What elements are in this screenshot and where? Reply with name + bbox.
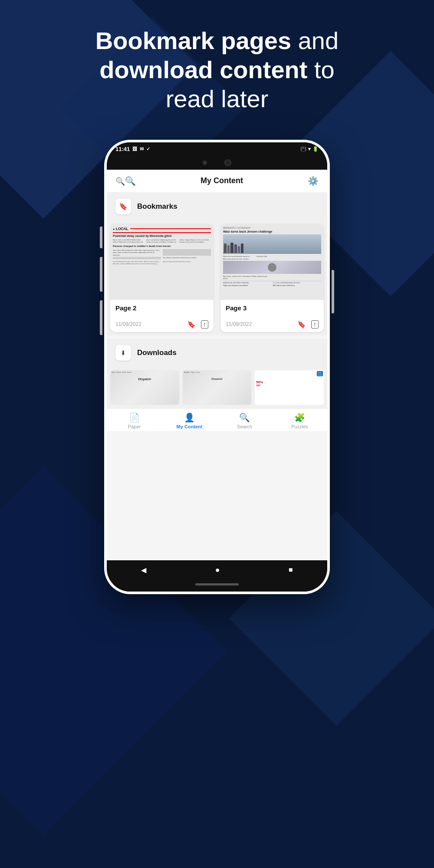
daily-deals-badge: daily deals <box>317 371 323 376</box>
card-2-footer: 11/09/2022 🔖 ↑ <box>226 320 319 329</box>
bottom-navigation: 📄 Paper 👤 My Content 🔍 Search 🧩 <box>107 408 327 431</box>
card-1-bookmark-button[interactable]: 🔖 <box>187 320 196 329</box>
bookmarks-cards-grid: ● LOCAL Powerball delay caused by Minnes… <box>107 220 327 335</box>
volume-down-button <box>100 227 102 248</box>
card-2-actions: 🔖 ↑ <box>297 320 319 329</box>
search-nav-icon: 🔍 <box>239 412 250 423</box>
bookmarks-section-header: 🔖 Bookmarks <box>107 193 327 220</box>
bookmark-card-1[interactable]: ● LOCAL Powerball delay caused by Minnes… <box>110 224 214 332</box>
side-button-3 <box>100 300 102 335</box>
phone-screen: 11:41 🖼 ✉ ✓ 📳 ▾ 🔋 <box>107 142 327 592</box>
vibrate-icon: 📳 <box>300 146 306 152</box>
battery-icon: 🔋 <box>312 146 319 152</box>
daily-deals-content: daily deals 50% OFF <box>255 370 324 405</box>
fifty-off-text: 50% <box>256 380 322 384</box>
camera-notch <box>107 156 327 170</box>
paper-nav-label: Paper <box>128 424 141 429</box>
card-1-footer: 11/09/2022 🔖 ↑ <box>115 320 208 329</box>
paper-nav-icon: 📄 <box>129 412 140 423</box>
home-indicator-area <box>107 580 327 592</box>
android-navigation-bar: ◀ ● ■ <box>107 560 327 580</box>
my-content-nav-icon: 👤 <box>184 412 195 423</box>
download-thumb-3[interactable]: daily deals 50% OFF <box>255 370 324 405</box>
np-photo-election <box>223 234 321 254</box>
speaker-dot <box>203 161 207 165</box>
search-nav-label: Search <box>237 424 252 429</box>
download-thumb-2[interactable]: NeighborTopicsLocal Dispatch <box>183 370 252 405</box>
search-icon[interactable]: 🔍 <box>115 176 136 186</box>
gmail-icon: ✉ <box>140 146 144 152</box>
phone-frame: 11:41 🖼 ✉ ✓ 📳 ▾ 🔋 <box>104 140 330 594</box>
status-right: 📳 ▾ 🔋 <box>300 146 319 152</box>
card-2-share-button[interactable]: ↑ <box>311 320 319 329</box>
clock: 11:41 <box>115 146 130 152</box>
check-icon: ✓ <box>146 146 150 152</box>
card-1-actions: 🔖 ↑ <box>187 320 208 329</box>
nav-my-content[interactable]: 👤 My Content <box>162 412 217 429</box>
status-bar: 11:41 🖼 ✉ ✓ 📳 ▾ 🔋 <box>107 142 327 156</box>
bookmark-card-2[interactable]: MINNESOTA • GOVERNOR Walz turns back Jen… <box>220 224 324 332</box>
nav-paper[interactable]: 📄 Paper <box>107 412 162 429</box>
downloads-label: Downloads <box>137 349 177 357</box>
downloads-section-header: ⬇ Downloads <box>107 339 327 367</box>
dispatch-2-content: NeighborTopicsLocal Dispatch <box>183 370 252 405</box>
home-indicator <box>195 583 239 585</box>
newspaper-page-3: MINNESOTA • GOVERNOR Walz turns back Jen… <box>220 224 324 300</box>
home-button[interactable]: ● <box>215 566 220 575</box>
bookmarks-label: Bookmarks <box>137 202 178 211</box>
card-2-info: Page 3 11/09/2022 🔖 ↑ <box>220 300 324 332</box>
card-2-page: Page 3 <box>226 304 319 312</box>
settings-icon[interactable]: ⚙️ <box>308 176 319 186</box>
puzzles-nav-icon: 🧩 <box>294 412 305 423</box>
card-2-thumbnail: MINNESOTA • GOVERNOR Walz turns back Jen… <box>220 224 324 300</box>
newspaper-page-2: ● LOCAL Powerball delay caused by Minnes… <box>110 224 214 300</box>
my-content-nav-label: My Content <box>177 424 203 429</box>
back-button[interactable]: ◀ <box>141 566 146 574</box>
nav-puzzles[interactable]: 🧩 Puzzles <box>272 412 327 429</box>
phone-mockup: 11:41 🖼 ✉ ✓ 📳 ▾ 🔋 <box>104 140 330 594</box>
nav-search[interactable]: 🔍 Search <box>217 412 272 429</box>
download-thumb-1[interactable]: SportsSportsInsideSports Dispatch <box>110 370 179 405</box>
card-1-info: Page 2 11/09/2022 🔖 ↑ <box>110 300 214 332</box>
downloads-section: ⬇ Downloads SportsSportsInsideSports <box>107 339 327 408</box>
power-button <box>332 270 334 313</box>
camera-lens <box>224 159 231 166</box>
dispatch-content: SportsSportsInsideSports Dispatch <box>110 370 179 405</box>
status-left: 11:41 🖼 ✉ ✓ <box>115 146 150 152</box>
card-2-date: 11/09/2022 <box>226 321 252 327</box>
app-header: 🔍 My Content ⚙️ <box>107 170 327 193</box>
recent-apps-button[interactable]: ■ <box>289 566 293 574</box>
card-1-share-button[interactable]: ↑ <box>201 320 208 329</box>
bookmarks-icon: 🔖 <box>115 199 131 214</box>
headline-text: Bookmark pages and download content to r… <box>69 26 365 114</box>
puzzles-nav-label: Puzzles <box>291 424 308 429</box>
card-1-date: 11/09/2022 <box>115 321 141 327</box>
wifi-icon: ▾ <box>308 146 311 152</box>
photo-icon: 🖼 <box>132 146 137 151</box>
np-photo-2 <box>223 261 321 274</box>
card-1-page: Page 2 <box>115 304 208 312</box>
downloads-preview: SportsSportsInsideSports Dispatch Neighb… <box>107 367 327 408</box>
card-1-thumbnail: ● LOCAL Powerball delay caused by Minnes… <box>110 224 214 300</box>
app-title: My Content <box>201 176 243 185</box>
card-2-bookmark-button[interactable]: 🔖 <box>297 320 306 329</box>
volume-up-button <box>100 257 102 292</box>
app-screen: 🔍 My Content ⚙️ 🔖 Bookmarks <box>107 170 327 560</box>
downloads-icon: ⬇ <box>115 345 131 361</box>
